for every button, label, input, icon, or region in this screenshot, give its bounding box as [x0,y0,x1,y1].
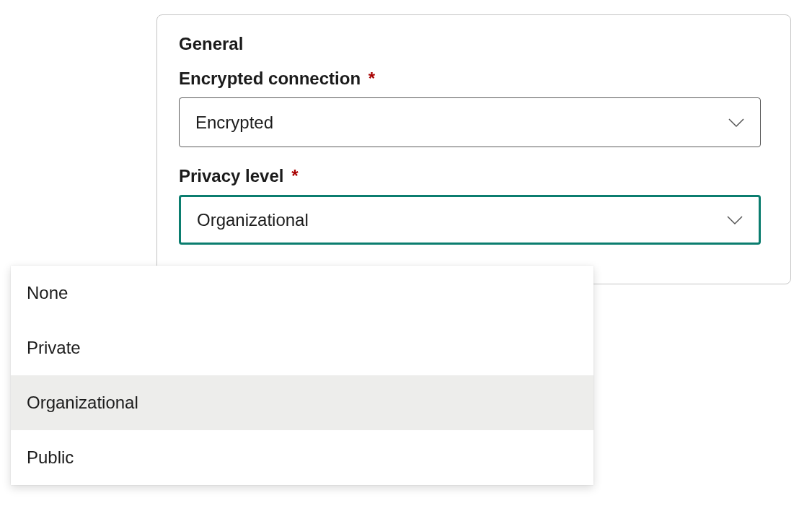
required-marker: * [369,69,375,88]
option-label: Private [27,338,81,358]
encrypted-connection-select[interactable]: Encrypted [179,97,761,147]
select-value: Encrypted [195,113,273,133]
dropdown-option-private[interactable]: Private [11,320,593,375]
section-title: General [179,34,769,54]
general-panel: General Encrypted connection * Encrypted… [156,14,791,284]
dropdown-option-none[interactable]: None [11,266,593,320]
dropdown-option-organizational[interactable]: Organizational [11,375,593,430]
privacy-level-dropdown: None Private Organizational Public [11,266,593,485]
privacy-level-label: Privacy level * [179,166,769,186]
option-label: None [27,283,68,303]
label-text: Encrypted connection [179,69,361,88]
label-text: Privacy level [179,166,283,185]
chevron-down-icon [728,118,744,128]
dropdown-option-public[interactable]: Public [11,430,593,485]
encrypted-connection-label: Encrypted connection * [179,69,769,89]
option-label: Public [27,447,74,468]
privacy-level-select[interactable]: Organizational [179,195,761,245]
option-label: Organizational [27,393,138,413]
chevron-down-icon [727,215,743,225]
select-value: Organizational [197,210,309,230]
required-marker: * [291,166,298,185]
